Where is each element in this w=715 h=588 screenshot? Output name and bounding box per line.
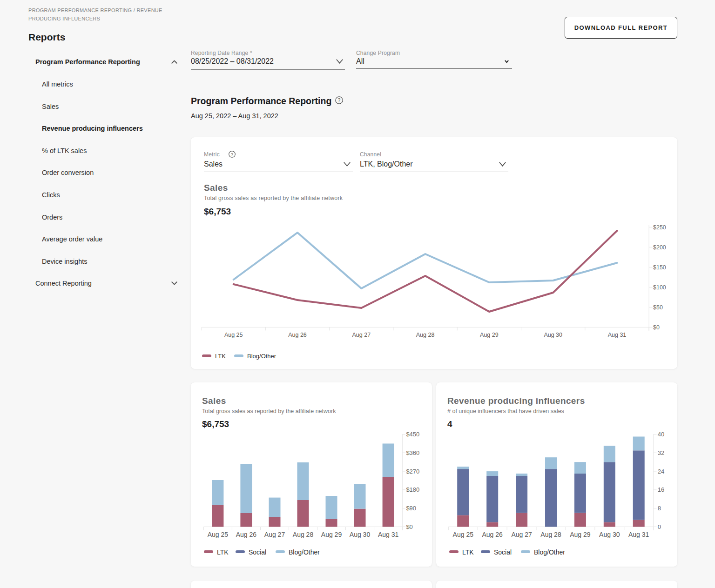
svg-text:?: ? — [231, 152, 233, 157]
svg-text:Aug 25: Aug 25 — [208, 531, 229, 538]
svg-text:Aug 30: Aug 30 — [544, 332, 562, 338]
svg-text:8: 8 — [658, 505, 661, 512]
svg-text:Aug 31: Aug 31 — [628, 531, 649, 538]
svg-text:$200: $200 — [653, 244, 666, 251]
svg-text:Aug 28: Aug 28 — [293, 531, 314, 538]
svg-text:Aug 29: Aug 29 — [321, 531, 342, 538]
svg-text:32: 32 — [658, 449, 664, 456]
svg-text:16: 16 — [658, 486, 664, 493]
svg-text:$50: $50 — [653, 304, 663, 311]
svg-text:Aug 27: Aug 27 — [511, 531, 532, 538]
svg-text:Aug 27: Aug 27 — [264, 531, 285, 538]
svg-text:24: 24 — [658, 468, 664, 475]
svg-text:?: ? — [338, 98, 341, 103]
svg-text:$150: $150 — [653, 264, 666, 271]
svg-text:40: 40 — [658, 431, 664, 438]
svg-text:Aug 28: Aug 28 — [416, 332, 435, 338]
svg-text:Aug 26: Aug 26 — [288, 332, 307, 338]
svg-text:Aug 28: Aug 28 — [540, 531, 561, 538]
svg-text:Aug 25: Aug 25 — [453, 531, 474, 538]
svg-text:Aug 30: Aug 30 — [599, 531, 620, 538]
svg-text:$90: $90 — [406, 505, 416, 512]
svg-text:Aug 29: Aug 29 — [570, 531, 591, 538]
svg-text:$360: $360 — [406, 449, 419, 456]
svg-text:Aug 29: Aug 29 — [480, 332, 499, 338]
svg-text:Aug 31: Aug 31 — [378, 531, 399, 538]
svg-text:Aug 27: Aug 27 — [352, 332, 371, 338]
svg-text:$270: $270 — [406, 468, 419, 475]
svg-text:Aug 26: Aug 26 — [236, 531, 257, 538]
svg-text:$180: $180 — [406, 486, 419, 493]
svg-text:Aug 31: Aug 31 — [608, 332, 627, 338]
svg-text:$250: $250 — [653, 224, 666, 231]
svg-text:$450: $450 — [406, 431, 419, 438]
svg-text:Aug 30: Aug 30 — [350, 531, 371, 538]
svg-text:0: 0 — [658, 523, 661, 530]
svg-text:$0: $0 — [653, 324, 660, 331]
svg-text:$0: $0 — [406, 523, 412, 530]
svg-text:Aug 26: Aug 26 — [482, 531, 503, 538]
svg-text:$100: $100 — [653, 284, 666, 291]
svg-text:Aug 25: Aug 25 — [224, 332, 243, 338]
